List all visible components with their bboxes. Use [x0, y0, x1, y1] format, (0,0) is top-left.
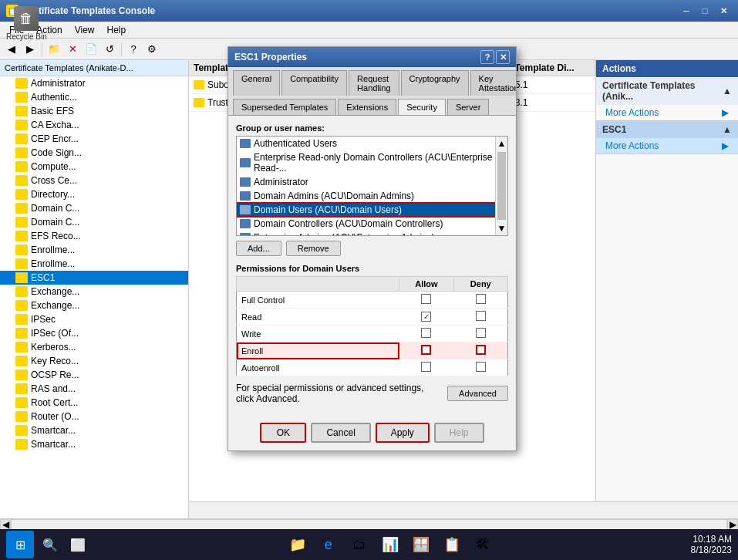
extra-button[interactable]: ⚙: [143, 41, 160, 58]
tree-item-kerberos[interactable]: Kerberos...: [0, 340, 188, 354]
cancel-button[interactable]: Cancel: [311, 423, 370, 443]
dialog-help-button[interactable]: ?: [480, 50, 494, 64]
start-button[interactable]: ⊞: [6, 531, 34, 558]
tab-compatibility[interactable]: Compatibility: [281, 70, 347, 96]
tree-item-domain-c2[interactable]: Domain C...: [0, 215, 188, 229]
advanced-button[interactable]: Advanced: [447, 386, 508, 401]
taskbar-app5[interactable]: 🛠: [469, 531, 497, 558]
tab-request-handling[interactable]: Request Handling: [349, 70, 399, 96]
tree-item-basic-efs[interactable]: Basic EFS: [0, 104, 188, 118]
menu-help[interactable]: Help: [101, 23, 133, 37]
tab-extensions[interactable]: Extensions: [338, 99, 396, 115]
tab-server[interactable]: Server: [447, 99, 489, 115]
section-collapse-esc1[interactable]: ▲: [723, 124, 732, 135]
tree-item-administrator[interactable]: Administrator: [0, 76, 188, 90]
allow-full-control[interactable]: [421, 294, 431, 304]
recycle-bin[interactable]: 🗑 Recycle Bin: [6, 6, 47, 41]
tree-item-authentic[interactable]: Authentic...: [0, 90, 188, 104]
group-item-administrator[interactable]: Administrator: [237, 175, 507, 189]
tree-item-exchange1[interactable]: Exchange...: [0, 285, 188, 299]
tree-item-key-reco[interactable]: Key Reco...: [0, 354, 188, 368]
scroll-up-btn[interactable]: ▲: [496, 137, 507, 150]
ok-button[interactable]: OK: [260, 423, 306, 443]
scroll-down-btn[interactable]: ▼: [496, 221, 507, 235]
tree-item-efs-reco[interactable]: EFS Reco...: [0, 229, 188, 243]
tree-item-domain-c1[interactable]: Domain C...: [0, 201, 188, 215]
list-scrollbar[interactable]: ▲ ▼: [495, 137, 507, 235]
taskbar-win[interactable]: 🪟: [407, 531, 435, 558]
tree-item-exchange2[interactable]: Exchange...: [0, 299, 188, 312]
scroll-thumb[interactable]: [497, 152, 506, 220]
menu-view[interactable]: View: [69, 23, 101, 37]
taskbar-app4[interactable]: 📋: [438, 531, 466, 558]
forward-button[interactable]: ▶: [22, 41, 39, 58]
maximize-button[interactable]: □: [696, 2, 713, 19]
minimize-button[interactable]: ─: [678, 2, 695, 19]
tree-item-cross-ce[interactable]: Cross Ce...: [0, 174, 188, 187]
close-button[interactable]: ✕: [715, 2, 732, 19]
tab-key-attestation[interactable]: Key Attestation: [470, 70, 516, 96]
deny-write[interactable]: [476, 328, 486, 338]
tree-item-smartcar2[interactable]: Smartcar...: [0, 437, 188, 451]
tree-item-ipsec[interactable]: IPSec: [0, 312, 188, 326]
tree-item-directory[interactable]: Directory...: [0, 187, 188, 201]
tree-item-ocsp-re[interactable]: OCSP Re...: [0, 368, 188, 382]
help-button[interactable]: ?: [125, 41, 142, 58]
actions-more-actions-templates[interactable]: More Actions ▶: [596, 105, 738, 120]
search-taskbar-button[interactable]: 🔍: [39, 533, 62, 556]
allow-read[interactable]: [421, 312, 431, 322]
deny-enroll[interactable]: [476, 345, 486, 355]
deny-read[interactable]: [476, 311, 486, 321]
group-item-auth-users[interactable]: Authenticated Users: [237, 137, 507, 150]
actions-more-actions-esc1[interactable]: More Actions ▶: [596, 138, 738, 153]
taskbar: ⊞ 🔍 ⬜ 📁 e 🗂 📊 🪟 📋 🛠 10:18 AM 8/18/2023: [0, 529, 738, 560]
taskbar-files[interactable]: 🗂: [345, 531, 373, 558]
scroll-right-btn[interactable]: ▶: [727, 519, 738, 530]
bottom-scrollbar[interactable]: ◀ ▶: [0, 518, 738, 529]
tree-item-ras-and[interactable]: RAS and...: [0, 382, 188, 396]
add-button[interactable]: Add...: [236, 241, 281, 256]
tree-item-cep-encr[interactable]: CEP Encr...: [0, 132, 188, 146]
tree-item-ca-excha[interactable]: CA Excha...: [0, 118, 188, 132]
recycle-bin-icon: 🗑: [14, 6, 39, 31]
group-item-enterprise-admins[interactable]: Enterprise Admins (ACU\Enterprise Admins…: [237, 231, 507, 236]
allow-enroll[interactable]: [421, 345, 431, 355]
allow-autoenroll[interactable]: [421, 362, 431, 372]
show-hide-button[interactable]: 📁: [45, 41, 62, 58]
h-scroll-track[interactable]: [11, 519, 727, 530]
taskbar-explorer[interactable]: 📁: [284, 531, 312, 558]
deny-autoenroll[interactable]: [476, 362, 486, 372]
scroll-left-btn[interactable]: ◀: [0, 519, 11, 530]
tree-item-root-cert[interactable]: Root Cert...: [0, 396, 188, 410]
tab-superseded[interactable]: Superseded Templates: [233, 99, 336, 115]
tree-item-compute[interactable]: Compute...: [0, 160, 188, 174]
deny-full-control[interactable]: [476, 294, 486, 304]
tree-item-enrollme2[interactable]: Enrollme...: [0, 257, 188, 271]
group-icon: [240, 233, 251, 236]
task-view-button[interactable]: ⬜: [66, 533, 89, 556]
tree-item-ipsec-of[interactable]: IPSec (Of...: [0, 326, 188, 340]
tree-item-smartcar1[interactable]: Smartcar...: [0, 423, 188, 437]
taskbar-ie[interactable]: e: [315, 531, 342, 558]
remove-button[interactable]: Remove: [286, 241, 341, 256]
group-item-enterprise-ro[interactable]: Enterprise Read-only Domain Controllers …: [237, 150, 507, 175]
taskbar-app3[interactable]: 📊: [376, 531, 404, 558]
dialog-close-button[interactable]: ✕: [496, 50, 510, 64]
allow-write[interactable]: [421, 328, 431, 338]
tree-item-esc1[interactable]: ESC1: [0, 271, 188, 285]
tree-item-router[interactable]: Router (O...: [0, 410, 188, 423]
delete-button[interactable]: ✕: [64, 41, 81, 58]
group-item-domain-admins[interactable]: Domain Admins (ACU\Domain Admins): [237, 189, 507, 203]
refresh-button[interactable]: ↺: [101, 41, 118, 58]
tab-general[interactable]: General: [233, 70, 280, 96]
tab-cryptography[interactable]: Cryptography: [401, 70, 469, 96]
section-collapse-icon[interactable]: ▲: [723, 86, 732, 96]
apply-button[interactable]: Apply: [376, 423, 430, 443]
properties-button[interactable]: 📄: [83, 41, 99, 58]
tree-item-code-sign[interactable]: Code Sign...: [0, 146, 188, 160]
back-button[interactable]: ◀: [3, 41, 20, 58]
group-item-domain-users[interactable]: Domain Users (ACU\Domain Users): [237, 203, 507, 217]
tree-item-enrollme1[interactable]: Enrollme...: [0, 243, 188, 257]
tab-security[interactable]: Security: [398, 99, 446, 115]
group-item-domain-controllers[interactable]: Domain Controllers (ACU\Domain Controlle…: [237, 217, 507, 231]
